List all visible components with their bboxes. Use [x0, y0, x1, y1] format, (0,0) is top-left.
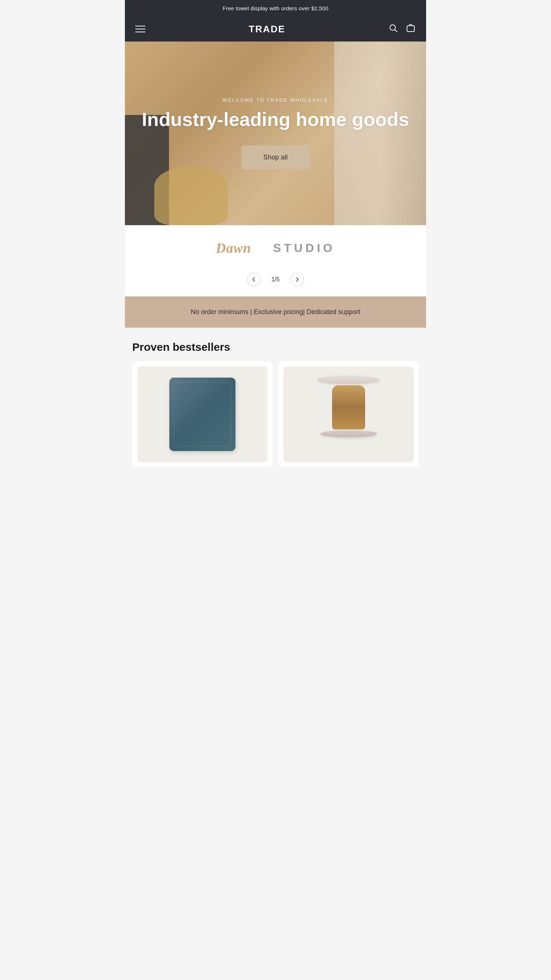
brands-section: Dawn STUDIO: [125, 225, 426, 267]
pagination-next-button[interactable]: [291, 273, 304, 286]
chevron-left-icon: [251, 277, 256, 282]
product-image-wrap: [283, 367, 414, 462]
search-button[interactable]: [389, 24, 398, 35]
search-icon: [389, 24, 398, 33]
menu-line-3: [135, 32, 145, 32]
hero-title: Industry-leading home goods: [142, 109, 409, 131]
pagination: 1/5: [125, 267, 426, 296]
pagination-info: 1/5: [271, 276, 280, 283]
bestsellers-title: Proven bestsellers: [132, 341, 419, 353]
header: TRADE: [125, 16, 426, 41]
cart-icon: [406, 23, 416, 33]
cart-button[interactable]: [406, 23, 416, 35]
product-card[interactable]: [132, 361, 272, 467]
hero-cta-button[interactable]: Shop all: [241, 145, 310, 169]
bestsellers-section: Proven bestsellers: [125, 328, 426, 474]
menu-line-1: [135, 26, 145, 27]
table-pedestal: [332, 385, 365, 430]
side-table-image: [315, 376, 382, 453]
chevron-right-icon: [295, 277, 300, 282]
header-icons: [389, 23, 416, 35]
product-card[interactable]: [279, 361, 419, 467]
products-grid: [132, 361, 419, 467]
table-top: [317, 376, 380, 384]
table-base: [320, 430, 377, 438]
svg-rect-2: [407, 26, 414, 32]
benefits-bar: No order minimums | Exclusive pricing| D…: [125, 296, 426, 328]
announcement-bar: Free towel display with orders over $2,5…: [125, 0, 426, 16]
announcement-text: Free towel display with orders over $2,5…: [223, 5, 328, 11]
site-logo[interactable]: TRADE: [249, 24, 285, 35]
menu-line-2: [135, 29, 145, 29]
hero-content: WELCOME TO TRADE WHOLESALE Industry-lead…: [125, 41, 426, 225]
hero-section: WELCOME TO TRADE WHOLESALE Industry-lead…: [125, 41, 426, 225]
hero-eyebrow: WELCOME TO TRADE WHOLESALE: [223, 97, 328, 103]
product-image-wrap: [137, 367, 268, 462]
benefits-text: No order minimums | Exclusive pricing| D…: [132, 307, 419, 317]
menu-button[interactable]: [135, 26, 145, 32]
svg-line-1: [395, 30, 397, 32]
pagination-prev-button[interactable]: [247, 273, 260, 286]
pillow-image: [169, 378, 236, 451]
brand-dawn[interactable]: Dawn: [216, 240, 251, 256]
brand-studio[interactable]: STUDIO: [273, 241, 335, 255]
